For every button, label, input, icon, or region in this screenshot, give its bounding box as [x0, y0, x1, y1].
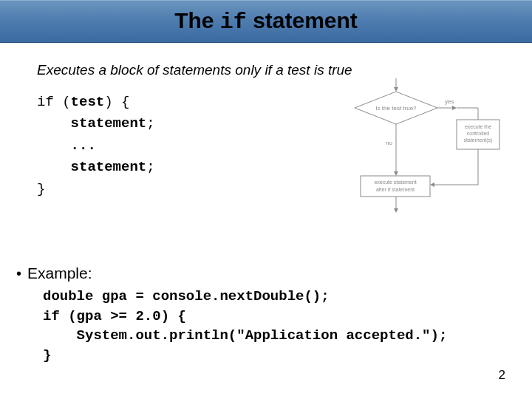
slide: The if statement Executes a block of sta…: [0, 0, 532, 399]
flowchart: Is the test true? yes no execute the con…: [344, 77, 505, 216]
title-code: if: [220, 10, 247, 35]
flowchart-yes: yes: [445, 98, 454, 105]
svg-text:execute the: execute the: [465, 124, 491, 129]
example-code: double gpa = console.nextDouble(); if (g…: [43, 287, 447, 365]
syntax-paren: ) {: [104, 94, 129, 110]
flowchart-no: no: [386, 140, 392, 146]
svg-marker-4: [452, 106, 457, 110]
syntax-ellipsis: ...: [71, 137, 96, 154]
syntax-stmt1: statement: [71, 115, 147, 132]
svg-text:controlled: controlled: [467, 131, 489, 136]
example-row: • Example:: [16, 265, 92, 282]
example-label: Example:: [27, 265, 92, 282]
syntax-semi1: ;: [146, 115, 154, 132]
svg-text:execute statement: execute statement: [374, 180, 416, 185]
svg-marker-15: [430, 183, 434, 187]
title-post: statement: [247, 8, 358, 33]
title-pre: The: [174, 8, 220, 33]
flowchart-test-label: Is the test true?: [375, 105, 417, 112]
flowchart-svg: Is the test true? yes no execute the con…: [344, 77, 505, 216]
svg-marker-20: [394, 208, 398, 213]
content-area: Executes a block of statements only if a…: [0, 43, 532, 200]
bullet-icon: •: [16, 265, 21, 282]
syntax-semi2: ;: [146, 159, 154, 175]
subtitle: Executes a block of statements only if a…: [37, 62, 499, 78]
svg-text:after if statement: after if statement: [376, 187, 415, 192]
syntax-stmt2: statement: [71, 159, 147, 175]
title-bar: The if statement: [0, 0, 532, 43]
syntax-close: }: [37, 181, 45, 197]
syntax-test: test: [71, 94, 105, 110]
syntax-if: if (: [37, 94, 71, 110]
svg-marker-1: [394, 87, 398, 92]
slide-title: The if statement: [174, 8, 358, 35]
svg-marker-6: [394, 171, 398, 176]
svg-text:statement(s): statement(s): [464, 137, 493, 143]
page-number: 2: [499, 368, 505, 383]
